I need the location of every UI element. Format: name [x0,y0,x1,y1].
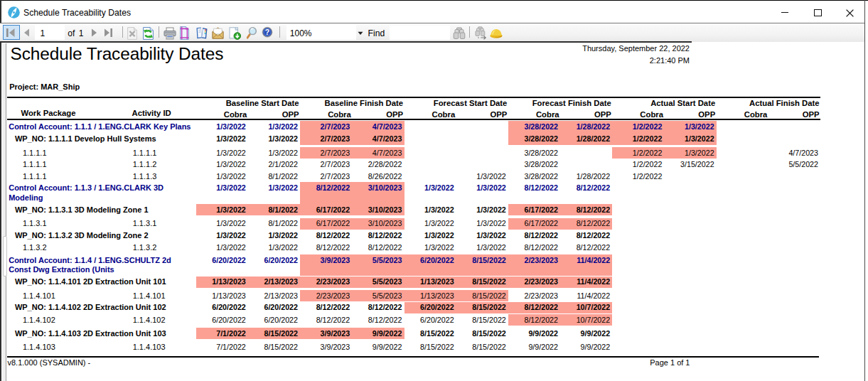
svg-text:?: ? [265,28,269,36]
